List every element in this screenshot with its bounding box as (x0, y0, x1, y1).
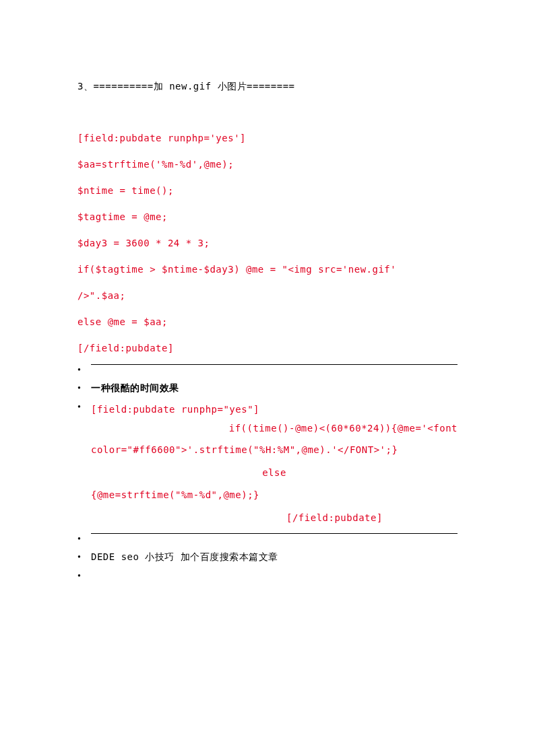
list-item: • [field:pubdate runphp="yes"] if((time(… (77, 401, 458, 529)
code-line: [/field:pubdate] (91, 507, 458, 530)
divider (91, 364, 458, 365)
bullet-icon: • (77, 401, 91, 413)
bullet-icon: • (77, 570, 91, 582)
bullet-list: • • 一种很酷的时间效果 • [field:pubdate runphp="y… (77, 364, 458, 582)
code-line: $ntime = time(); (77, 179, 458, 203)
code-line: {@me=strftime("%m-%d",@me);} (91, 484, 458, 507)
item-title-seo: DEDE seo 小技巧 加个百度搜索本篇文章 (91, 551, 278, 562)
list-item: • (77, 533, 458, 545)
code-line: $day3 = 3600 * 24 * 3; (77, 232, 458, 255)
list-item: • DEDE seo 小技巧 加个百度搜索本篇文章 (77, 551, 458, 563)
code-line: [/field:pubdate] (77, 337, 458, 360)
code-line: if($tagtime > $ntime-$day3) @me = "<img … (77, 258, 458, 281)
bullet-icon: • (77, 551, 91, 563)
code-line: else @me = $aa; (77, 310, 458, 334)
code-line: [field:pubdate runphp='yes'] (77, 127, 458, 150)
bullet-icon: • (77, 533, 91, 545)
code-line: $aa=strftime('%m-%d',@me); (77, 153, 458, 176)
bullet-icon: • (77, 382, 91, 394)
bullet-icon: • (77, 364, 91, 376)
item-title-cool-time: 一种很酷的时间效果 (91, 382, 179, 393)
code-line: [field:pubdate runphp="yes"] (91, 401, 458, 418)
code-line: else (91, 462, 458, 485)
code-line: color="#ff6600">'.strftime("%H:%M",@me).… (91, 439, 458, 462)
list-item: • 一种很酷的时间效果 (77, 382, 458, 394)
code-line: $tagtime = @me; (77, 205, 458, 229)
list-item: • (77, 570, 458, 582)
list-item: • (77, 364, 458, 376)
divider (91, 533, 458, 534)
code-line: if((time()-@me)<(60*60*24)){@me='<font (91, 418, 458, 439)
document-page: 3、==========加 new.gif 小图片======== [field… (0, 0, 535, 615)
section-heading: 3、==========加 new.gif 小图片======== (77, 81, 458, 93)
code-line: />".$aa; (77, 284, 458, 308)
